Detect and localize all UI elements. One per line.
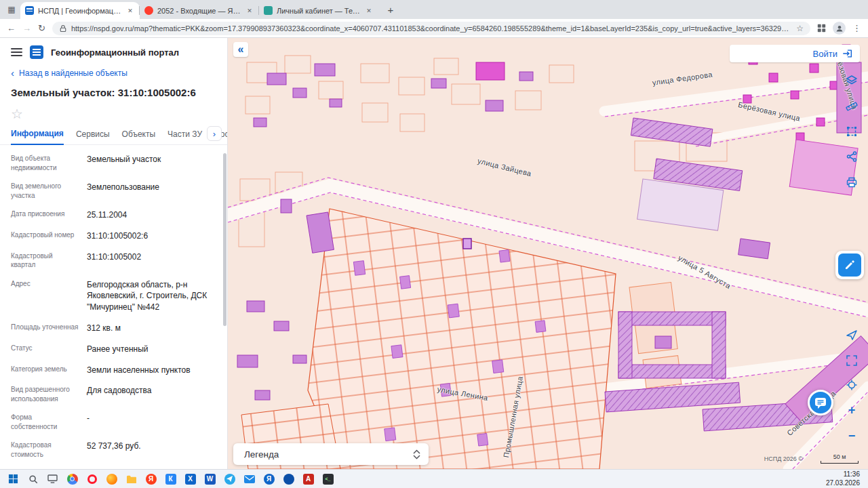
field-row: Кадастровая стоимость52 737,36 руб. [11, 436, 218, 464]
tab-chasti-zu[interactable]: Части ЗУ [167, 129, 202, 144]
tab-informatsiya[interactable]: Информация [11, 129, 64, 145]
fields-list: Вид объекта недвижимостиЗемельный участо… [0, 145, 227, 469]
clock-date: 27.03.2026 [826, 479, 860, 488]
share-button[interactable] [844, 148, 860, 165]
field-row: Площадь уточненная312 кв. м [11, 318, 218, 339]
hamburger-menu-icon[interactable] [11, 48, 22, 56]
task-view-icon[interactable] [43, 471, 62, 487]
url-field[interactable]: https://nspd.gov.ru/map?thematic=PKK&zoo… [52, 22, 810, 35]
print-button[interactable] [844, 174, 860, 190]
field-value: 52 737,36 руб. [87, 441, 218, 459]
panel-scrollbar[interactable] [223, 153, 226, 326]
browser-tab[interactable]: НСПД | Геоинформационный по... ✕ [20, 2, 140, 19]
acrobat-icon[interactable]: A [299, 471, 317, 487]
tab-close-icon[interactable]: ✕ [125, 6, 135, 16]
zoom-in-button[interactable]: + [844, 402, 860, 418]
field-value: Белгородская область, р-н Яковлевский, г… [87, 279, 218, 313]
field-value: 31:10:1005002 [87, 251, 218, 270]
app-icon-circle[interactable] [279, 471, 298, 487]
chrome-icon[interactable] [63, 471, 81, 487]
extensions-icon[interactable] [817, 24, 826, 33]
tracking-button[interactable] [844, 377, 860, 393]
mail-icon[interactable] [240, 471, 258, 487]
selected-parcel[interactable] [463, 239, 471, 249]
collapse-panel-button[interactable]: « [233, 42, 248, 57]
login-icon [842, 48, 853, 59]
field-label: Статус [11, 344, 79, 355]
login-button[interactable]: Войти [813, 49, 837, 59]
chevron-left-icon: ‹ [11, 70, 14, 77]
login-bar[interactable]: Войти [730, 45, 860, 62]
field-row: АдресБелгородская область, р-н Яковлевск… [11, 274, 218, 318]
tabs-scroll-right-button[interactable]: › [207, 126, 222, 141]
field-label: Площадь уточненная [11, 323, 79, 334]
start-button[interactable] [4, 471, 22, 487]
tab-search-icon[interactable]: ▦ [4, 2, 19, 17]
browser-tab[interactable]: Личный кабинет — ТехноКад-М... ✕ [259, 2, 378, 19]
address-bar: ← → ↻ https://nspd.gov.ru/map?thematic=P… [0, 19, 868, 38]
field-value: - [87, 413, 218, 431]
tab-close-icon[interactable]: ✕ [245, 6, 254, 16]
taskbar-clock[interactable]: 11:36 27.03.2026 [826, 470, 864, 487]
yandex-services-icon[interactable]: Я [260, 471, 278, 487]
ruler-button[interactable] [844, 98, 860, 115]
word-icon[interactable]: W [201, 471, 219, 487]
search-icon[interactable] [24, 471, 42, 487]
technokad-favicon-icon [264, 6, 273, 15]
field-label: Кадастровый квартал [11, 251, 79, 270]
legend-bar[interactable]: Легенда [233, 443, 429, 465]
new-tab-button[interactable]: + [382, 1, 399, 18]
url-text: https://nspd.gov.ru/map?thematic=PKK&zoo… [71, 24, 792, 33]
clock-time: 11:36 [826, 470, 860, 479]
bookmark-star-icon[interactable]: ☆ [796, 24, 804, 33]
back-button[interactable]: ← [7, 23, 16, 33]
tab-title: 2052 - Входящие — Яндекс Почта [157, 7, 241, 15]
profile-avatar[interactable] [833, 22, 846, 35]
field-row: Удельный показатель кадастровой стоимост… [11, 464, 218, 469]
field-row: Кадастровый номер31:10:1005002:6 [11, 226, 218, 247]
tab-title: НСПД | Геоинформационный по... [38, 7, 121, 15]
screenshot-frame-button[interactable] [844, 352, 860, 369]
firefox-icon[interactable] [102, 471, 121, 487]
scale-label: 50 м [821, 453, 859, 460]
vk-icon[interactable]: К [161, 471, 180, 487]
field-value: 312 кв. м [87, 323, 218, 334]
terminal-icon[interactable]: <_ [319, 471, 337, 487]
field-row: Категория земельЗемли населенных пунктов [11, 360, 218, 381]
tab-servisy[interactable]: Сервисы [76, 129, 110, 144]
map-area: улица Федорова Берёзовая улица Берёзовая… [228, 38, 868, 469]
tab-obekty[interactable]: Объекты [122, 129, 156, 144]
reload-button[interactable]: ↻ [38, 23, 45, 33]
forward-button[interactable]: → [22, 23, 31, 33]
legend-toggle-icon[interactable] [413, 449, 420, 460]
page-title: Земельный участок: 31:10:1005002:6 [0, 79, 227, 101]
field-row: Вид земельного участкаЗемлепользование [11, 177, 218, 205]
app-icon-x[interactable]: X [181, 471, 199, 487]
map-copyright: НСПД 2026 © [764, 455, 803, 462]
legend-label: Легенда [244, 449, 279, 460]
locate-button[interactable] [844, 327, 860, 343]
field-row: Кадастровый квартал31:10:1005002 [11, 247, 218, 274]
file-explorer-icon[interactable] [122, 471, 140, 487]
chat-button[interactable] [808, 390, 833, 415]
layers-button[interactable] [844, 73, 860, 89]
zoom-out-button[interactable]: − [844, 428, 860, 444]
panel-tabs: Информация Сервисы Объекты Части ЗУ Сост… [0, 123, 227, 145]
field-label: Кадастровая стоимость [11, 441, 79, 459]
tab-close-icon[interactable]: ✕ [364, 6, 374, 16]
field-value: Ранее учтенный [87, 344, 218, 355]
portal-title: Геоинформационный портал [51, 47, 179, 58]
draw-tool-button[interactable] [838, 253, 861, 277]
yandex-browser-icon[interactable]: Я [142, 471, 160, 487]
back-to-results-link[interactable]: ‹ Назад в найденные объекты [0, 62, 227, 79]
browser-tab[interactable]: 2052 - Входящие — Яндекс Почта ✕ [140, 2, 259, 19]
opera-icon[interactable] [83, 471, 101, 487]
map-canvas[interactable] [228, 38, 868, 469]
field-label: Дата присвоения [11, 209, 79, 221]
field-label: Вид разрешенного использования [11, 385, 79, 403]
measure-area-button[interactable] [844, 123, 860, 140]
telegram-icon[interactable] [220, 471, 239, 487]
menu-kebab-icon[interactable]: ⋮ [852, 23, 861, 33]
favorite-star-icon[interactable]: ☆ [0, 101, 27, 123]
field-label: Вид земельного участка [11, 182, 79, 200]
